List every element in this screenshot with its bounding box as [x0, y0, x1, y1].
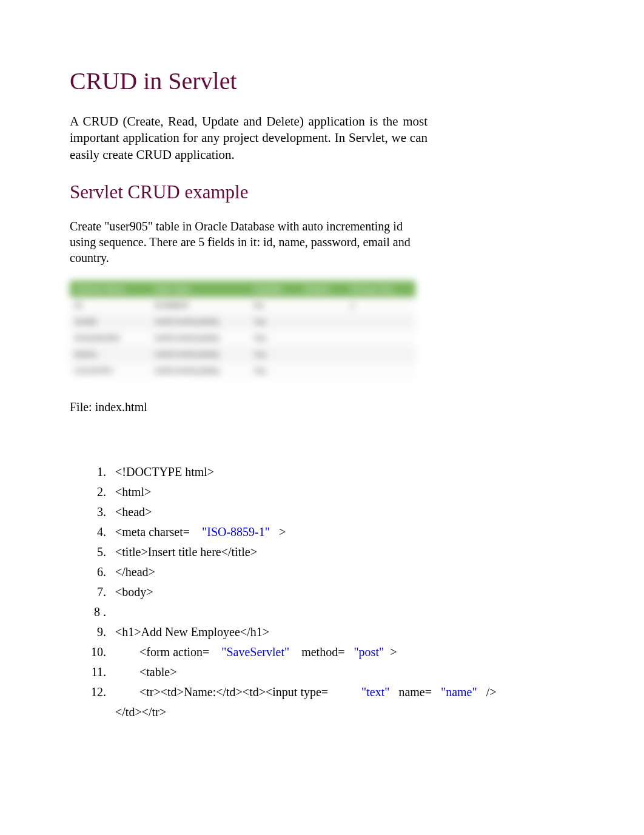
code-line: 11. <table> — [82, 663, 574, 681]
col-header: Default — [300, 281, 346, 297]
table-row: EMAILVARCHAR2(4000)Yes — [70, 346, 415, 363]
code-block: 1. <!DOCTYPE html> 2. <html> 3. <head> 4… — [82, 463, 574, 721]
table-row: PASSWORDVARCHAR2(4000)Yes — [70, 330, 415, 346]
code-line: 9. <h1>Add New Employee</h1> — [82, 623, 574, 641]
line-number: 11. — [82, 663, 106, 681]
code-line: 6. </head> — [82, 563, 574, 581]
code-line: 1. <!DOCTYPE html> — [82, 463, 574, 481]
code-line: 10. <form action= "SaveServlet" method= … — [82, 643, 574, 661]
section-heading: Servlet CRUD example — [70, 181, 574, 203]
table-row: NAMEVARCHAR2(4000)Yes — [70, 314, 415, 330]
line-number: 12. — [82, 683, 106, 701]
line-number: 2. — [82, 483, 106, 501]
code-line: 8 . — [82, 603, 574, 621]
table-row: IDNUMBERNo1 — [70, 297, 415, 314]
col-header: Data Type — [150, 281, 249, 297]
line-number: 1. — [82, 463, 106, 481]
page-title: CRUD in Servlet — [70, 67, 574, 95]
line-number: 4. — [82, 523, 106, 541]
line-number: 8 . — [82, 603, 106, 621]
line-number: 3. — [82, 503, 106, 521]
intro-paragraph: A CRUD (Create, Read, Update and Delete)… — [70, 113, 428, 163]
col-header: Column Name — [70, 281, 150, 297]
table-row: COUNTRYVARCHAR2(4000)Yes — [70, 363, 415, 379]
code-line: 5. <title>Insert title here</title> — [82, 543, 574, 561]
line-number: 5. — [82, 543, 106, 561]
line-number: 6. — [82, 563, 106, 581]
code-line: 7. <body> — [82, 583, 574, 601]
line-number: 9. — [82, 623, 106, 641]
code-line: 12. <tr><td>Name:</td><td><input type= "… — [82, 683, 574, 701]
line-number: 10. — [82, 643, 106, 661]
schema-table-image: Column Name Data Type Nullable Default P… — [70, 281, 415, 379]
code-line: 2. <html> — [82, 483, 574, 501]
line-number: 7. — [82, 583, 106, 601]
code-line: </td></tr> — [115, 703, 574, 721]
section-paragraph: Create "user905" table in Oracle Databas… — [70, 218, 428, 266]
code-line: 3. <head> — [82, 503, 574, 521]
col-header: Primary Key — [346, 281, 415, 297]
code-line: 4. <meta charset= "ISO-8859-1" > — [82, 523, 574, 541]
col-header: Nullable — [249, 281, 300, 297]
file-caption: File: index.html — [70, 400, 574, 414]
